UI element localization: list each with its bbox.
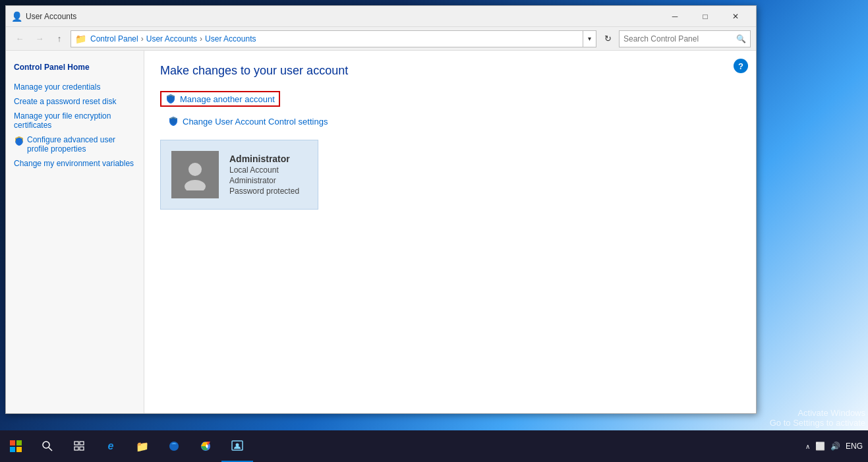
svg-rect-8 xyxy=(74,442,78,445)
svg-point-1 xyxy=(185,180,206,190)
sidebar-item-configure-advanced[interactable]: Configure advanced user profile properti… xyxy=(6,132,144,156)
breadcrumb-user-accounts-2[interactable]: User Accounts xyxy=(205,34,256,43)
close-button[interactable]: ✕ xyxy=(720,6,751,27)
breadcrumb: 📁 Control Panel › User Accounts › User A… xyxy=(71,30,583,47)
breadcrumb-control-panel[interactable]: Control Panel xyxy=(90,34,138,43)
back-button[interactable]: ← xyxy=(11,30,28,47)
svg-point-6 xyxy=(43,442,49,448)
taskbar: e 📁 ∧ ⬜ � xyxy=(0,430,868,462)
activate-windows-notice: Activate Windows Go to Settings to activ… xyxy=(770,408,865,428)
edge-icon xyxy=(168,440,180,452)
svg-line-7 xyxy=(49,448,52,451)
svg-point-0 xyxy=(188,163,202,176)
search-icon: 🔍 xyxy=(732,34,750,43)
maximize-button[interactable]: □ xyxy=(690,6,720,27)
sidebar-item-change-env[interactable]: Change my environment variables xyxy=(6,156,144,171)
up-button[interactable]: ↑ xyxy=(51,30,68,47)
sidebar-home-link[interactable]: Control Panel Home xyxy=(6,59,144,74)
svg-point-15 xyxy=(236,444,239,447)
chrome-icon xyxy=(200,440,212,452)
manage-another-account-action: Manage another account xyxy=(160,91,740,107)
search-taskbar-button[interactable] xyxy=(32,430,63,462)
edge-button[interactable] xyxy=(158,430,190,462)
breadcrumb-user-accounts[interactable]: User Accounts xyxy=(146,34,197,43)
account-info: Administrator Local Account Administrato… xyxy=(229,154,299,196)
svg-rect-2 xyxy=(10,440,15,446)
shield-icon-uac xyxy=(168,116,179,127)
search-input[interactable] xyxy=(620,34,732,43)
account-detail-1: Administrator xyxy=(229,176,299,185)
sidebar-item-manage-file-encryption[interactable]: Manage your file encryption certificates xyxy=(6,109,144,132)
sidebar-item-manage-credentials[interactable]: Manage your credentials xyxy=(6,80,144,94)
change-uac-action: Change User Account Control settings xyxy=(160,113,740,129)
chrome-button[interactable] xyxy=(190,430,221,462)
svg-rect-5 xyxy=(16,447,22,452)
account-card: Administrator Local Account Administrato… xyxy=(160,140,318,210)
svg-rect-9 xyxy=(80,442,84,445)
forward-button[interactable]: → xyxy=(31,30,48,47)
taskbar-chevron[interactable]: ∧ xyxy=(805,443,810,450)
manage-another-account-link[interactable]: Manage another account xyxy=(160,91,280,107)
user-accounts-taskbar-icon xyxy=(231,440,244,451)
taskbar-lang[interactable]: ENG xyxy=(846,442,863,451)
taskbar-right: ∧ ⬜ 🔊 ENG xyxy=(805,442,868,451)
taskbar-volume[interactable]: 🔊 xyxy=(830,442,840,451)
windows-logo-icon xyxy=(10,440,22,452)
avatar xyxy=(171,151,219,198)
shield-icon-manage xyxy=(165,94,176,104)
account-name: Administrator xyxy=(229,154,299,164)
shield-icon-configure xyxy=(14,136,24,146)
ie-button[interactable]: e xyxy=(95,430,127,462)
sidebar-item-create-password-reset[interactable]: Create a password reset disk xyxy=(6,94,144,109)
manage-another-label: Manage another account xyxy=(180,94,275,104)
account-detail-2: Password protected xyxy=(229,187,299,196)
window-title: User Accounts xyxy=(26,12,660,21)
search-box: 🔍 xyxy=(619,30,751,47)
change-uac-link[interactable]: Change User Account Control settings xyxy=(183,117,328,127)
person-icon xyxy=(179,159,211,190)
task-view-icon xyxy=(74,441,84,451)
refresh-button[interactable]: ↻ xyxy=(599,30,616,47)
account-detail-0: Local Account xyxy=(229,165,299,175)
minimize-button[interactable]: ─ xyxy=(660,6,690,27)
svg-rect-10 xyxy=(74,447,78,450)
svg-rect-3 xyxy=(16,440,22,446)
help-button[interactable]: ? xyxy=(734,59,748,73)
start-button[interactable] xyxy=(0,430,32,462)
user-accounts-taskbar-button[interactable] xyxy=(221,430,253,462)
file-explorer-button[interactable]: 📁 xyxy=(127,430,158,462)
taskbar-search-icon xyxy=(42,441,53,451)
breadcrumb-dropdown[interactable]: ▾ xyxy=(583,30,596,47)
window-icon: 👤 xyxy=(11,11,22,22)
svg-rect-11 xyxy=(80,447,84,450)
page-title: Make changes to your user account xyxy=(160,64,740,78)
svg-rect-4 xyxy=(10,447,15,452)
taskbar-multiwindow[interactable]: ⬜ xyxy=(815,442,825,451)
task-view-button[interactable] xyxy=(63,430,95,462)
